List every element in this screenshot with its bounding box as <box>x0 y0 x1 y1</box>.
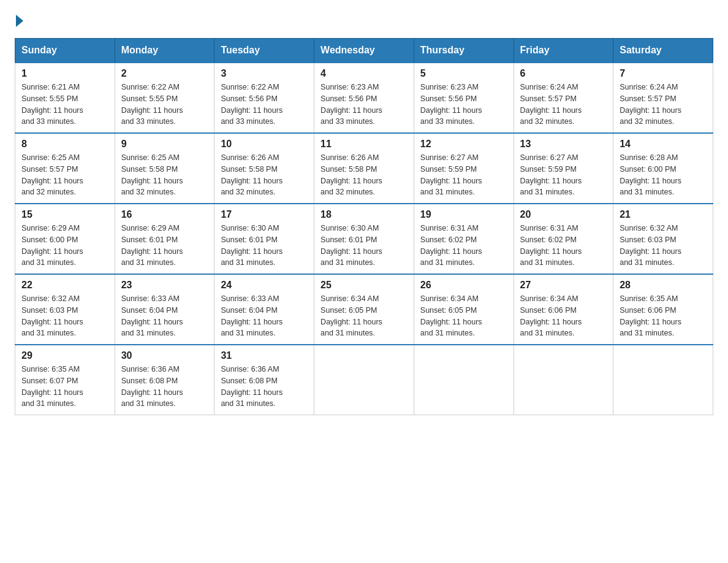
header-tuesday: Tuesday <box>214 39 314 63</box>
day-info: Sunrise: 6:27 AM Sunset: 5:59 PM Dayligh… <box>420 152 507 198</box>
calendar-cell: 11 Sunrise: 6:26 AM Sunset: 5:58 PM Dayl… <box>314 133 414 204</box>
calendar-cell: 20 Sunrise: 6:31 AM Sunset: 6:02 PM Dayl… <box>514 204 613 274</box>
day-number: 4 <box>320 68 408 79</box>
day-number: 9 <box>121 139 208 150</box>
calendar-cell: 30 Sunrise: 6:36 AM Sunset: 6:08 PM Dayl… <box>115 345 214 415</box>
day-number: 26 <box>420 280 507 291</box>
page-header <box>15 15 713 27</box>
day-info: Sunrise: 6:22 AM Sunset: 5:56 PM Dayligh… <box>221 82 308 128</box>
day-number: 25 <box>320 280 408 291</box>
day-number: 23 <box>121 280 208 291</box>
day-info: Sunrise: 6:26 AM Sunset: 5:58 PM Dayligh… <box>320 152 408 198</box>
calendar-cell: 18 Sunrise: 6:30 AM Sunset: 6:01 PM Dayl… <box>314 204 414 274</box>
calendar-cell: 15 Sunrise: 6:29 AM Sunset: 6:00 PM Dayl… <box>15 204 115 274</box>
day-number: 17 <box>221 209 308 220</box>
day-info: Sunrise: 6:25 AM Sunset: 5:57 PM Dayligh… <box>21 152 108 198</box>
day-info: Sunrise: 6:30 AM Sunset: 6:01 PM Dayligh… <box>221 223 308 269</box>
day-info: Sunrise: 6:34 AM Sunset: 6:06 PM Dayligh… <box>520 293 607 339</box>
calendar-cell: 10 Sunrise: 6:26 AM Sunset: 5:58 PM Dayl… <box>214 133 314 204</box>
day-info: Sunrise: 6:24 AM Sunset: 5:57 PM Dayligh… <box>620 82 707 128</box>
calendar-cell: 3 Sunrise: 6:22 AM Sunset: 5:56 PM Dayli… <box>214 63 314 133</box>
day-info: Sunrise: 6:22 AM Sunset: 5:55 PM Dayligh… <box>121 82 208 128</box>
header-wednesday: Wednesday <box>314 39 414 63</box>
day-info: Sunrise: 6:30 AM Sunset: 6:01 PM Dayligh… <box>320 223 408 269</box>
calendar-cell: 27 Sunrise: 6:34 AM Sunset: 6:06 PM Dayl… <box>514 274 613 345</box>
day-number: 6 <box>520 68 607 79</box>
day-number: 14 <box>620 139 707 150</box>
day-info: Sunrise: 6:29 AM Sunset: 6:00 PM Dayligh… <box>21 223 108 269</box>
calendar-cell: 25 Sunrise: 6:34 AM Sunset: 6:05 PM Dayl… <box>314 274 414 345</box>
week-row-5: 29 Sunrise: 6:35 AM Sunset: 6:07 PM Dayl… <box>15 345 713 415</box>
logo-arrow-icon <box>16 15 23 27</box>
day-number: 15 <box>21 209 108 220</box>
day-info: Sunrise: 6:32 AM Sunset: 6:03 PM Dayligh… <box>620 223 707 269</box>
day-number: 29 <box>21 350 108 361</box>
calendar-body: 1 Sunrise: 6:21 AM Sunset: 5:55 PM Dayli… <box>15 63 713 415</box>
day-number: 18 <box>320 209 408 220</box>
day-number: 30 <box>121 350 208 361</box>
calendar-cell: 8 Sunrise: 6:25 AM Sunset: 5:57 PM Dayli… <box>15 133 115 204</box>
day-number: 1 <box>21 68 108 79</box>
calendar-cell: 29 Sunrise: 6:35 AM Sunset: 6:07 PM Dayl… <box>15 345 115 415</box>
day-number: 5 <box>420 68 507 79</box>
day-info: Sunrise: 6:33 AM Sunset: 6:04 PM Dayligh… <box>121 293 208 339</box>
calendar-cell: 7 Sunrise: 6:24 AM Sunset: 5:57 PM Dayli… <box>613 63 713 133</box>
day-info: Sunrise: 6:32 AM Sunset: 6:03 PM Dayligh… <box>21 293 108 339</box>
calendar-cell <box>414 345 514 415</box>
week-row-2: 8 Sunrise: 6:25 AM Sunset: 5:57 PM Dayli… <box>15 133 713 204</box>
day-info: Sunrise: 6:25 AM Sunset: 5:58 PM Dayligh… <box>121 152 208 198</box>
day-info: Sunrise: 6:31 AM Sunset: 6:02 PM Dayligh… <box>420 223 507 269</box>
day-number: 24 <box>221 280 308 291</box>
calendar-cell: 24 Sunrise: 6:33 AM Sunset: 6:04 PM Dayl… <box>214 274 314 345</box>
day-number: 27 <box>520 280 607 291</box>
day-info: Sunrise: 6:33 AM Sunset: 6:04 PM Dayligh… <box>221 293 308 339</box>
day-info: Sunrise: 6:26 AM Sunset: 5:58 PM Dayligh… <box>221 152 308 198</box>
day-number: 2 <box>121 68 208 79</box>
day-info: Sunrise: 6:35 AM Sunset: 6:07 PM Dayligh… <box>21 364 108 410</box>
day-info: Sunrise: 6:29 AM Sunset: 6:01 PM Dayligh… <box>121 223 208 269</box>
calendar-cell: 9 Sunrise: 6:25 AM Sunset: 5:58 PM Dayli… <box>115 133 214 204</box>
day-number: 8 <box>21 139 108 150</box>
calendar-cell: 6 Sunrise: 6:24 AM Sunset: 5:57 PM Dayli… <box>514 63 613 133</box>
calendar-cell: 12 Sunrise: 6:27 AM Sunset: 5:59 PM Dayl… <box>414 133 514 204</box>
calendar-cell: 21 Sunrise: 6:32 AM Sunset: 6:03 PM Dayl… <box>613 204 713 274</box>
day-info: Sunrise: 6:23 AM Sunset: 5:56 PM Dayligh… <box>420 82 507 128</box>
calendar-cell: 5 Sunrise: 6:23 AM Sunset: 5:56 PM Dayli… <box>414 63 514 133</box>
day-info: Sunrise: 6:28 AM Sunset: 6:00 PM Dayligh… <box>620 152 707 198</box>
day-number: 13 <box>520 139 607 150</box>
day-info: Sunrise: 6:21 AM Sunset: 5:55 PM Dayligh… <box>21 82 108 128</box>
day-number: 16 <box>121 209 208 220</box>
header-friday: Friday <box>514 39 613 63</box>
day-number: 7 <box>620 68 707 79</box>
day-number: 19 <box>420 209 507 220</box>
day-number: 10 <box>221 139 308 150</box>
day-number: 21 <box>620 209 707 220</box>
week-row-1: 1 Sunrise: 6:21 AM Sunset: 5:55 PM Dayli… <box>15 63 713 133</box>
calendar-cell: 16 Sunrise: 6:29 AM Sunset: 6:01 PM Dayl… <box>115 204 214 274</box>
day-info: Sunrise: 6:31 AM Sunset: 6:02 PM Dayligh… <box>520 223 607 269</box>
day-number: 22 <box>21 280 108 291</box>
calendar-cell <box>613 345 713 415</box>
calendar-cell: 14 Sunrise: 6:28 AM Sunset: 6:00 PM Dayl… <box>613 133 713 204</box>
calendar-cell: 26 Sunrise: 6:34 AM Sunset: 6:05 PM Dayl… <box>414 274 514 345</box>
calendar-cell: 17 Sunrise: 6:30 AM Sunset: 6:01 PM Dayl… <box>214 204 314 274</box>
header-thursday: Thursday <box>414 39 514 63</box>
calendar-cell <box>314 345 414 415</box>
calendar-cell: 23 Sunrise: 6:33 AM Sunset: 6:04 PM Dayl… <box>115 274 214 345</box>
day-info: Sunrise: 6:23 AM Sunset: 5:56 PM Dayligh… <box>320 82 408 128</box>
day-number: 11 <box>320 139 408 150</box>
logo <box>15 15 25 27</box>
calendar-cell: 2 Sunrise: 6:22 AM Sunset: 5:55 PM Dayli… <box>115 63 214 133</box>
calendar-cell: 1 Sunrise: 6:21 AM Sunset: 5:55 PM Dayli… <box>15 63 115 133</box>
calendar-cell: 28 Sunrise: 6:35 AM Sunset: 6:06 PM Dayl… <box>613 274 713 345</box>
day-number: 12 <box>420 139 507 150</box>
day-info: Sunrise: 6:27 AM Sunset: 5:59 PM Dayligh… <box>520 152 607 198</box>
calendar-cell: 13 Sunrise: 6:27 AM Sunset: 5:59 PM Dayl… <box>514 133 613 204</box>
calendar-cell: 19 Sunrise: 6:31 AM Sunset: 6:02 PM Dayl… <box>414 204 514 274</box>
day-info: Sunrise: 6:34 AM Sunset: 6:05 PM Dayligh… <box>420 293 507 339</box>
day-number: 28 <box>620 280 707 291</box>
day-info: Sunrise: 6:36 AM Sunset: 6:08 PM Dayligh… <box>121 364 208 410</box>
calendar-cell: 22 Sunrise: 6:32 AM Sunset: 6:03 PM Dayl… <box>15 274 115 345</box>
day-number: 20 <box>520 209 607 220</box>
week-row-3: 15 Sunrise: 6:29 AM Sunset: 6:00 PM Dayl… <box>15 204 713 274</box>
